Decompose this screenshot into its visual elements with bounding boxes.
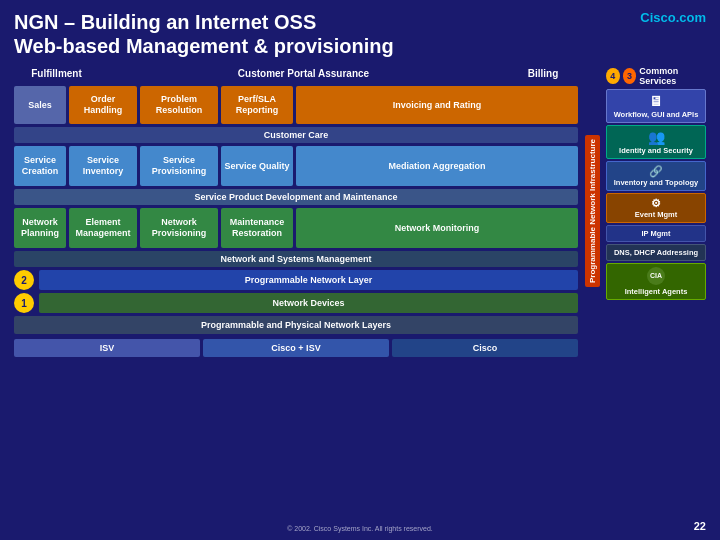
right-panel: 4 3 Common Services 🖥 Workflow, GUI and … — [606, 66, 706, 357]
problem-resolution-cell: Problem Resolution — [140, 86, 218, 124]
sales-cell: Sales — [14, 86, 66, 124]
slide-title: NGN – Building an Internet OSS Web-based… — [14, 10, 706, 58]
network-planning-cell: Network Planning — [14, 208, 66, 248]
isv-cell: ISV — [14, 339, 200, 357]
network-systems-banner: Network and Systems Management — [14, 251, 578, 267]
billing-label: Billing — [508, 66, 578, 81]
cia-icon: CIA — [647, 267, 665, 285]
invoicing-cell: Invoicing and Rating — [296, 86, 578, 124]
mediation-aggregation-cell: Mediation Aggregation — [296, 146, 578, 186]
cisco-cell: Cisco — [392, 339, 578, 357]
dns-dhcp-cell: DNS, DHCP Addressing — [606, 244, 706, 261]
workflow-icon: 🖥 — [609, 93, 703, 110]
copyright: © 2002. Cisco Systems Inc. All rights re… — [287, 525, 433, 532]
title-line1: NGN – Building an Internet OSS — [14, 10, 706, 34]
service-product-banner: Service Product Development and Maintena… — [14, 189, 578, 205]
event-icon: ⚙ — [609, 197, 703, 210]
slide: NGN – Building an Internet OSS Web-based… — [0, 0, 720, 540]
row2: Service Creation Service Inventory Servi… — [14, 146, 578, 186]
event-label: Event Mgmt — [609, 210, 703, 219]
network-devices-bar: Network Devices — [39, 293, 578, 313]
workflow-cell: 🖥 Workflow, GUI and APIs — [606, 89, 706, 123]
maintenance-cell: Maintenance Restoration — [221, 208, 293, 248]
fulfillment-label: Fulfillment — [14, 66, 99, 81]
event-mgmt-cell: ⚙ Event Mgmt — [606, 193, 706, 223]
common-services-header-row: 4 3 Common Services — [606, 66, 706, 86]
bottom-row: ISV Cisco + ISV Cisco — [14, 339, 578, 357]
intelligent-agents-label: Intelligent Agents — [609, 287, 703, 296]
identity-security-cell: 👥 Identity and Security — [606, 125, 706, 159]
row3: Network Planning Element Management Netw… — [14, 208, 578, 248]
phys-layers-banner: Programmable and Physical Network Layers — [14, 316, 578, 334]
prog-network-bar: Programmable Network Layer — [39, 270, 578, 290]
identity-label: Identity and Security — [609, 146, 703, 155]
element-management-cell: Element Management — [69, 208, 137, 248]
row1: Sales Order Handling Problem Resolution … — [14, 86, 578, 124]
service-quality-cell: Service Quality — [221, 146, 293, 186]
title-line2: Web-based Management & provisioning — [14, 34, 706, 58]
common-services-label: Common Services — [639, 66, 706, 86]
network-monitoring-cell: Network Monitoring — [296, 208, 578, 248]
inventory-icon: 🔗 — [609, 165, 703, 178]
cisco-logo: Cisco.com — [640, 10, 706, 25]
ip-mgmt-label: IP Mgmt — [609, 229, 703, 238]
perf-sla-cell: Perf/SLA Reporting — [221, 86, 293, 124]
cisco-dot-com: Cisco.com — [640, 10, 706, 25]
badge-3: 3 — [623, 68, 637, 84]
badge-2: 2 — [14, 270, 34, 290]
ip-mgmt-cell: IP Mgmt — [606, 225, 706, 242]
page-number: 22 — [694, 520, 706, 532]
service-creation-cell: Service Creation — [14, 146, 66, 186]
cisco-isv-cell: Cisco + ISV — [203, 339, 389, 357]
identity-icon: 👥 — [609, 129, 703, 146]
customer-portal-label: Customer Portal Assurance — [238, 68, 369, 79]
vertical-label-container: Programmable Network Infrastructure — [583, 66, 601, 357]
network-provisioning-cell: Network Provisioning — [140, 208, 218, 248]
service-inventory-cell: Service Inventory — [69, 146, 137, 186]
prog-network-layer-row: 2 Programmable Network Layer — [14, 270, 578, 290]
workflow-label: Workflow, GUI and APIs — [609, 110, 703, 119]
dns-dhcp-label: DNS, DHCP Addressing — [609, 248, 703, 257]
badge-1: 1 — [14, 293, 34, 313]
network-devices-row: 1 Network Devices — [14, 293, 578, 313]
service-provisioning-cell: Service Provisioning — [140, 146, 218, 186]
customer-care-banner: Customer Care — [14, 127, 578, 143]
left-section: Fulfillment Customer Portal Assurance Bi… — [14, 66, 578, 357]
vertical-label: Programmable Network Infrastructure — [585, 135, 600, 287]
badge-4: 4 — [606, 68, 620, 84]
inventory-label: Inventory and Topology — [609, 178, 703, 187]
inventory-topology-cell: 🔗 Inventory and Topology — [606, 161, 706, 191]
header-row: Fulfillment Customer Portal Assurance Bi… — [14, 66, 578, 81]
intelligent-agents-cell: CIA Intelligent Agents — [606, 263, 706, 300]
order-handling-cell: Order Handling — [69, 86, 137, 124]
